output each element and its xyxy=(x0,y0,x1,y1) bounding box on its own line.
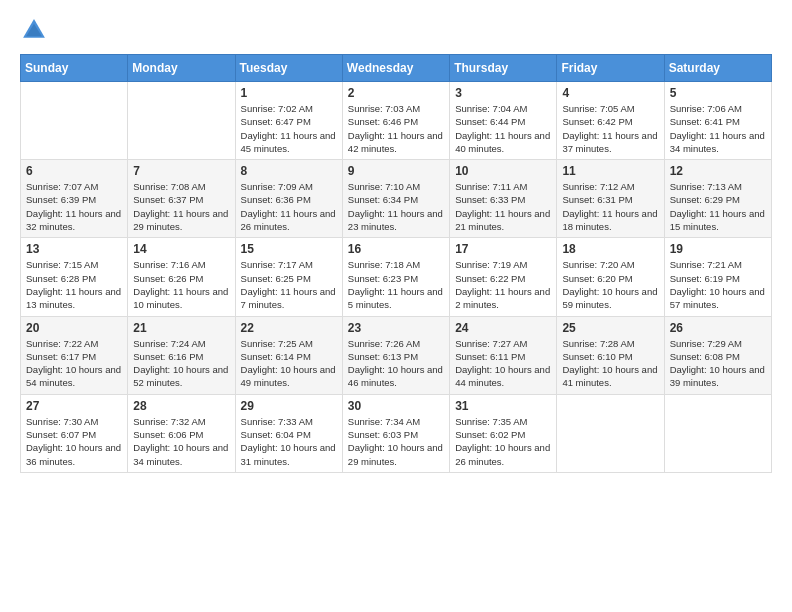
sunset-text: Sunset: 6:10 PM xyxy=(562,351,632,362)
daylight-text: Daylight: 10 hours and 54 minutes. xyxy=(26,364,121,388)
day-info: Sunrise: 7:12 AM Sunset: 6:31 PM Dayligh… xyxy=(562,180,658,233)
day-number: 11 xyxy=(562,164,658,178)
calendar-cell: 18 Sunrise: 7:20 AM Sunset: 6:20 PM Dayl… xyxy=(557,238,664,316)
logo xyxy=(20,16,52,44)
sunrise-text: Sunrise: 7:18 AM xyxy=(348,259,420,270)
sunset-text: Sunset: 6:31 PM xyxy=(562,194,632,205)
daylight-text: Daylight: 10 hours and 26 minutes. xyxy=(455,442,550,466)
daylight-text: Daylight: 11 hours and 7 minutes. xyxy=(241,286,336,310)
weekday-header-saturday: Saturday xyxy=(664,55,771,82)
calendar-cell: 31 Sunrise: 7:35 AM Sunset: 6:02 PM Dayl… xyxy=(450,394,557,472)
daylight-text: Daylight: 10 hours and 52 minutes. xyxy=(133,364,228,388)
day-number: 19 xyxy=(670,242,766,256)
day-info: Sunrise: 7:21 AM Sunset: 6:19 PM Dayligh… xyxy=(670,258,766,311)
day-number: 15 xyxy=(241,242,337,256)
sunrise-text: Sunrise: 7:10 AM xyxy=(348,181,420,192)
day-number: 27 xyxy=(26,399,122,413)
sunset-text: Sunset: 6:22 PM xyxy=(455,273,525,284)
day-number: 20 xyxy=(26,321,122,335)
sunset-text: Sunset: 6:28 PM xyxy=(26,273,96,284)
daylight-text: Daylight: 11 hours and 21 minutes. xyxy=(455,208,550,232)
calendar-cell: 2 Sunrise: 7:03 AM Sunset: 6:46 PM Dayli… xyxy=(342,82,449,160)
day-info: Sunrise: 7:20 AM Sunset: 6:20 PM Dayligh… xyxy=(562,258,658,311)
daylight-text: Daylight: 11 hours and 32 minutes. xyxy=(26,208,121,232)
day-number: 6 xyxy=(26,164,122,178)
daylight-text: Daylight: 10 hours and 36 minutes. xyxy=(26,442,121,466)
sunrise-text: Sunrise: 7:08 AM xyxy=(133,181,205,192)
sunset-text: Sunset: 6:02 PM xyxy=(455,429,525,440)
day-number: 4 xyxy=(562,86,658,100)
day-info: Sunrise: 7:35 AM Sunset: 6:02 PM Dayligh… xyxy=(455,415,551,468)
sunrise-text: Sunrise: 7:35 AM xyxy=(455,416,527,427)
day-number: 7 xyxy=(133,164,229,178)
sunset-text: Sunset: 6:47 PM xyxy=(241,116,311,127)
sunrise-text: Sunrise: 7:07 AM xyxy=(26,181,98,192)
day-info: Sunrise: 7:25 AM Sunset: 6:14 PM Dayligh… xyxy=(241,337,337,390)
sunrise-text: Sunrise: 7:15 AM xyxy=(26,259,98,270)
sunrise-text: Sunrise: 7:06 AM xyxy=(670,103,742,114)
calendar-cell: 26 Sunrise: 7:29 AM Sunset: 6:08 PM Dayl… xyxy=(664,316,771,394)
sunrise-text: Sunrise: 7:02 AM xyxy=(241,103,313,114)
weekday-header-friday: Friday xyxy=(557,55,664,82)
calendar-cell: 3 Sunrise: 7:04 AM Sunset: 6:44 PM Dayli… xyxy=(450,82,557,160)
calendar-week-4: 27 Sunrise: 7:30 AM Sunset: 6:07 PM Dayl… xyxy=(21,394,772,472)
calendar-week-0: 1 Sunrise: 7:02 AM Sunset: 6:47 PM Dayli… xyxy=(21,82,772,160)
calendar-cell: 22 Sunrise: 7:25 AM Sunset: 6:14 PM Dayl… xyxy=(235,316,342,394)
daylight-text: Daylight: 10 hours and 34 minutes. xyxy=(133,442,228,466)
sunrise-text: Sunrise: 7:33 AM xyxy=(241,416,313,427)
day-number: 31 xyxy=(455,399,551,413)
daylight-text: Daylight: 11 hours and 40 minutes. xyxy=(455,130,550,154)
day-info: Sunrise: 7:33 AM Sunset: 6:04 PM Dayligh… xyxy=(241,415,337,468)
daylight-text: Daylight: 11 hours and 45 minutes. xyxy=(241,130,336,154)
weekday-header-wednesday: Wednesday xyxy=(342,55,449,82)
calendar-cell: 11 Sunrise: 7:12 AM Sunset: 6:31 PM Dayl… xyxy=(557,160,664,238)
sunrise-text: Sunrise: 7:11 AM xyxy=(455,181,527,192)
sunset-text: Sunset: 6:04 PM xyxy=(241,429,311,440)
day-info: Sunrise: 7:34 AM Sunset: 6:03 PM Dayligh… xyxy=(348,415,444,468)
day-number: 16 xyxy=(348,242,444,256)
calendar-cell: 30 Sunrise: 7:34 AM Sunset: 6:03 PM Dayl… xyxy=(342,394,449,472)
calendar-cell: 12 Sunrise: 7:13 AM Sunset: 6:29 PM Dayl… xyxy=(664,160,771,238)
daylight-text: Daylight: 10 hours and 44 minutes. xyxy=(455,364,550,388)
sunrise-text: Sunrise: 7:34 AM xyxy=(348,416,420,427)
calendar-cell: 16 Sunrise: 7:18 AM Sunset: 6:23 PM Dayl… xyxy=(342,238,449,316)
daylight-text: Daylight: 10 hours and 49 minutes. xyxy=(241,364,336,388)
sunrise-text: Sunrise: 7:09 AM xyxy=(241,181,313,192)
calendar-cell: 17 Sunrise: 7:19 AM Sunset: 6:22 PM Dayl… xyxy=(450,238,557,316)
day-info: Sunrise: 7:03 AM Sunset: 6:46 PM Dayligh… xyxy=(348,102,444,155)
day-number: 1 xyxy=(241,86,337,100)
day-info: Sunrise: 7:26 AM Sunset: 6:13 PM Dayligh… xyxy=(348,337,444,390)
day-info: Sunrise: 7:17 AM Sunset: 6:25 PM Dayligh… xyxy=(241,258,337,311)
daylight-text: Daylight: 10 hours and 31 minutes. xyxy=(241,442,336,466)
day-info: Sunrise: 7:11 AM Sunset: 6:33 PM Dayligh… xyxy=(455,180,551,233)
header-area xyxy=(20,16,772,44)
day-info: Sunrise: 7:02 AM Sunset: 6:47 PM Dayligh… xyxy=(241,102,337,155)
sunset-text: Sunset: 6:46 PM xyxy=(348,116,418,127)
daylight-text: Daylight: 11 hours and 34 minutes. xyxy=(670,130,765,154)
day-number: 17 xyxy=(455,242,551,256)
day-number: 8 xyxy=(241,164,337,178)
calendar-cell: 21 Sunrise: 7:24 AM Sunset: 6:16 PM Dayl… xyxy=(128,316,235,394)
sunset-text: Sunset: 6:19 PM xyxy=(670,273,740,284)
sunrise-text: Sunrise: 7:05 AM xyxy=(562,103,634,114)
day-info: Sunrise: 7:24 AM Sunset: 6:16 PM Dayligh… xyxy=(133,337,229,390)
sunset-text: Sunset: 6:13 PM xyxy=(348,351,418,362)
day-number: 24 xyxy=(455,321,551,335)
calendar-cell: 13 Sunrise: 7:15 AM Sunset: 6:28 PM Dayl… xyxy=(21,238,128,316)
sunset-text: Sunset: 6:16 PM xyxy=(133,351,203,362)
day-number: 21 xyxy=(133,321,229,335)
calendar-cell: 19 Sunrise: 7:21 AM Sunset: 6:19 PM Dayl… xyxy=(664,238,771,316)
sunset-text: Sunset: 6:03 PM xyxy=(348,429,418,440)
sunset-text: Sunset: 6:44 PM xyxy=(455,116,525,127)
calendar-cell: 15 Sunrise: 7:17 AM Sunset: 6:25 PM Dayl… xyxy=(235,238,342,316)
daylight-text: Daylight: 10 hours and 57 minutes. xyxy=(670,286,765,310)
sunrise-text: Sunrise: 7:24 AM xyxy=(133,338,205,349)
sunset-text: Sunset: 6:08 PM xyxy=(670,351,740,362)
day-info: Sunrise: 7:09 AM Sunset: 6:36 PM Dayligh… xyxy=(241,180,337,233)
daylight-text: Daylight: 11 hours and 23 minutes. xyxy=(348,208,443,232)
day-number: 25 xyxy=(562,321,658,335)
calendar-cell: 4 Sunrise: 7:05 AM Sunset: 6:42 PM Dayli… xyxy=(557,82,664,160)
daylight-text: Daylight: 11 hours and 26 minutes. xyxy=(241,208,336,232)
calendar-cell: 25 Sunrise: 7:28 AM Sunset: 6:10 PM Dayl… xyxy=(557,316,664,394)
day-number: 3 xyxy=(455,86,551,100)
